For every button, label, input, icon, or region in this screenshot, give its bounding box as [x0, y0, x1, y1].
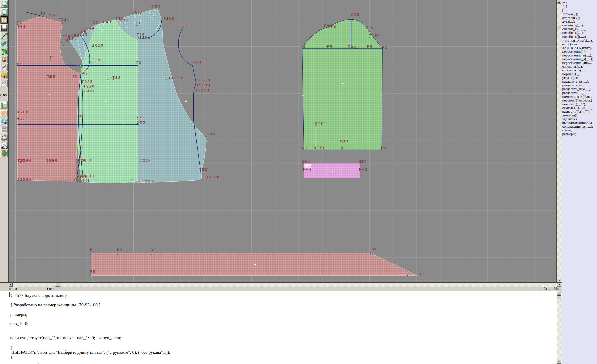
svg-text:7: 7 [1, 82, 3, 84]
svg-text:3D: 3D [3, 121, 8, 125]
svg-text:8: 8 [4, 82, 6, 85]
svg-text:M: M [3, 59, 7, 63]
svg-text:ALG: ALG [1, 146, 8, 149]
svg-text:G: G [4, 75, 7, 79]
